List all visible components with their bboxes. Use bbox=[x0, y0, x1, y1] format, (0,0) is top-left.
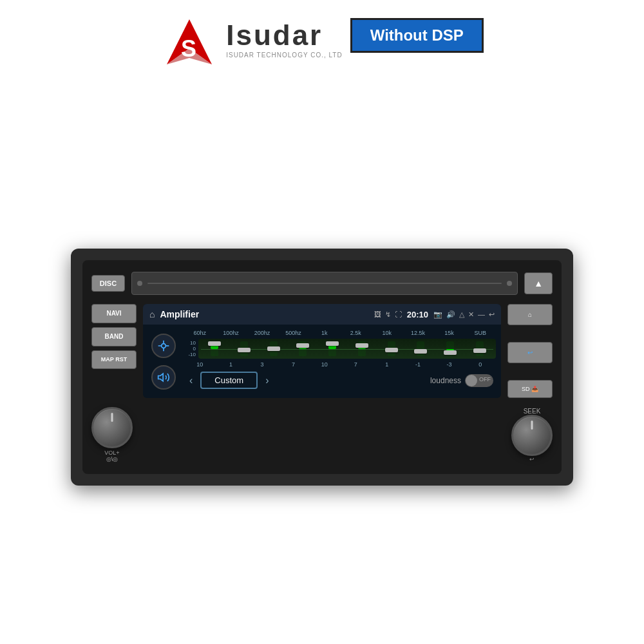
scale-mid: 0 bbox=[184, 346, 196, 352]
back-right-button[interactable]: ↩ bbox=[507, 342, 553, 363]
freq-200hz: 200hz bbox=[247, 330, 278, 336]
freq-60hz: 60hz bbox=[184, 330, 215, 336]
image-icon: 🖼 bbox=[374, 310, 381, 318]
power-label: ◎\◎ bbox=[106, 456, 118, 462]
eq-bar-3[interactable] bbox=[260, 341, 287, 356]
val-9: -3 bbox=[433, 361, 464, 368]
seek-knob[interactable] bbox=[511, 415, 553, 456]
right-controls: ⌂ ↩ SD 📥 bbox=[507, 304, 553, 398]
dsp-badge: Without DSP bbox=[350, 18, 484, 53]
brand-text-block: Isudar ISUDAR TECHNOLOGY CO., LTD bbox=[226, 19, 342, 59]
eq-bar-7[interactable] bbox=[377, 341, 405, 356]
val-2: 1 bbox=[215, 361, 246, 368]
val-3: 3 bbox=[247, 361, 278, 368]
freq-sub: SUB bbox=[465, 330, 496, 336]
freq-500hz: 500hz bbox=[278, 330, 308, 336]
disc-track bbox=[147, 283, 502, 284]
disc-row: DISC ▲ bbox=[91, 269, 553, 298]
toggle-knob bbox=[466, 375, 477, 386]
page: S Isudar ISUDAR TECHNOLOGY CO., LTD With… bbox=[0, 0, 644, 644]
bottom-row: VOL+ ◎\◎ SEEK ↩ bbox=[91, 404, 553, 465]
media-icon: △ bbox=[459, 310, 464, 319]
status-bar: ⌂ Amplifier 🖼 ↯ ⛶ 20:10 📷 🔊 △ ✕ bbox=[143, 304, 501, 325]
val-5: 10 bbox=[309, 361, 340, 368]
val-4: 7 bbox=[278, 361, 308, 368]
eq-speaker-button[interactable] bbox=[151, 365, 176, 390]
eq-scale: 10 0 -10 bbox=[184, 339, 196, 359]
scale-bottom: -10 bbox=[184, 352, 196, 357]
camera-icon: 📷 bbox=[433, 310, 442, 319]
brand-subtitle: ISUDAR TECHNOLOGY CO., LTD bbox=[226, 52, 342, 59]
disc-button[interactable]: DISC bbox=[91, 275, 125, 292]
val-1: 10 bbox=[184, 361, 215, 368]
scale-top: 10 bbox=[184, 340, 196, 346]
eq-value-labels: 10 1 3 7 10 7 1 -1 -3 0 bbox=[184, 359, 496, 368]
home-icon[interactable]: ⌂ bbox=[149, 309, 155, 319]
close-icon: ✕ bbox=[468, 310, 474, 319]
eq-bar-5[interactable] bbox=[319, 341, 346, 356]
seek-label: SEEK bbox=[524, 408, 541, 415]
eq-preset-area: ‹ Custom › bbox=[187, 372, 271, 389]
brand-name: Isudar bbox=[226, 19, 342, 52]
svg-point-3 bbox=[162, 343, 166, 348]
preset-next-arrow[interactable]: › bbox=[263, 375, 271, 386]
radio-inner: DISC ▲ NAVI BAND MAP RST bbox=[82, 260, 562, 474]
disc-slot bbox=[131, 272, 518, 295]
freq-10k: 10k bbox=[371, 330, 402, 336]
freq-15k: 15k bbox=[433, 330, 464, 336]
minimize-icon: — bbox=[478, 310, 485, 318]
val-7: 1 bbox=[371, 361, 402, 368]
eq-area: 60hz 100hz 200hz 500hz 1k 2.5k 10k 12.5k… bbox=[143, 325, 501, 398]
usb-icon: ↯ bbox=[385, 310, 391, 319]
eq-bar-10[interactable] bbox=[466, 341, 493, 356]
eq-bar-9[interactable] bbox=[437, 341, 464, 356]
vol-label: VOL+ bbox=[104, 450, 119, 456]
eq-tune-button[interactable] bbox=[151, 334, 176, 358]
brand-logo: S bbox=[160, 13, 218, 71]
amplifier-title: Amplifier bbox=[160, 309, 368, 319]
navi-button[interactable]: NAVI bbox=[91, 304, 137, 323]
loudness-label: loudness bbox=[430, 376, 461, 385]
eq-bar-8[interactable] bbox=[407, 341, 435, 356]
left-controls: NAVI BAND MAP RST bbox=[91, 304, 137, 398]
preset-prev-arrow[interactable]: ‹ bbox=[187, 375, 195, 386]
val-6: 7 bbox=[340, 361, 371, 368]
disc-dot2 bbox=[507, 281, 512, 286]
volume-icon: 🔊 bbox=[446, 310, 455, 319]
freq-labels: 60hz 100hz 200hz 500hz 1k 2.5k 10k 12.5k… bbox=[184, 330, 496, 339]
eq-bar-2[interactable] bbox=[231, 341, 258, 356]
sd-button[interactable]: SD 📥 bbox=[507, 380, 553, 398]
left-knob-wrapper: VOL+ ◎\◎ bbox=[91, 407, 133, 462]
eq-bar-6[interactable] bbox=[348, 341, 376, 356]
status-icons-right: 📷 🔊 △ ✕ — ↩ bbox=[433, 310, 495, 319]
loudness-toggle[interactable]: OFF bbox=[465, 374, 493, 387]
loudness-area: loudness OFF bbox=[430, 374, 493, 387]
eq-bar-4[interactable] bbox=[289, 341, 317, 356]
preset-label[interactable]: Custom bbox=[200, 372, 258, 389]
eq-bar-1[interactable] bbox=[201, 341, 229, 356]
val-8: -1 bbox=[402, 361, 433, 368]
right-knob-wrapper: SEEK ↩ bbox=[511, 408, 553, 462]
band-button[interactable]: BAND bbox=[91, 327, 137, 346]
eq-bars bbox=[198, 339, 496, 359]
home-right-button[interactable]: ⌂ bbox=[507, 304, 553, 325]
logo-area: S Isudar ISUDAR TECHNOLOGY CO., LTD With… bbox=[97, 13, 547, 71]
bluetooth-icon: ⛶ bbox=[395, 310, 402, 318]
back-arrow: ↩ bbox=[529, 456, 535, 462]
eject-button[interactable]: ▲ bbox=[524, 272, 553, 294]
eq-main: 60hz 100hz 200hz 500hz 1k 2.5k 10k 12.5k… bbox=[184, 330, 496, 393]
map-rst-button[interactable]: MAP RST bbox=[91, 350, 137, 369]
freq-100hz: 100hz bbox=[215, 330, 246, 336]
eq-left-controls bbox=[148, 330, 179, 393]
freq-2.5k: 2.5k bbox=[340, 330, 371, 336]
eq-bars-with-scale: 10 0 -10 bbox=[184, 339, 496, 359]
time-display: 20:10 bbox=[407, 310, 428, 319]
freq-12.5k: 12.5k bbox=[402, 330, 433, 336]
volume-knob[interactable] bbox=[91, 407, 133, 448]
eq-bottom-controls: ‹ Custom › loudness OFF bbox=[184, 368, 496, 393]
freq-1k: 1k bbox=[309, 330, 340, 336]
svg-text:S: S bbox=[181, 35, 196, 62]
val-10: 0 bbox=[465, 361, 496, 368]
radio-unit: DISC ▲ NAVI BAND MAP RST bbox=[71, 249, 573, 486]
back-nav-icon: ↩ bbox=[489, 310, 495, 319]
